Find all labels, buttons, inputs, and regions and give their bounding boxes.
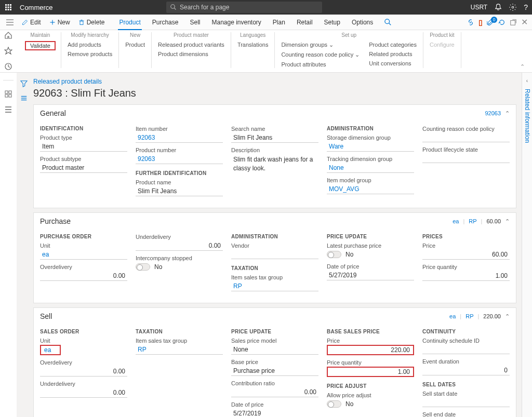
- svg-rect-22: [511, 20, 515, 25]
- add-products-button[interactable]: Add products: [66, 41, 113, 48]
- settings-icon[interactable]: [509, 4, 516, 11]
- allow-adjust-toggle[interactable]: [327, 400, 341, 408]
- event-duration-field[interactable]: 0: [422, 366, 510, 375]
- tab-product[interactable]: Product: [114, 15, 145, 30]
- workspaces-icon[interactable]: [4, 90, 12, 98]
- purchase-date-field[interactable]: 5/27/2019: [327, 271, 414, 280]
- close-icon[interactable]: ✕: [521, 17, 528, 27]
- sell-date-field[interactable]: 5/27/2019: [231, 409, 318, 417]
- sell-qty-field[interactable]: 1.00: [327, 367, 414, 377]
- ribbon-group-setup-title: Set up: [280, 32, 418, 38]
- purchase-unit-field[interactable]: ea: [40, 250, 127, 260]
- base-price-field[interactable]: Purchase price: [231, 366, 318, 376]
- ribbon-group-new-title: New: [124, 32, 146, 38]
- app-name: Commerce: [20, 4, 53, 11]
- tab-purchase[interactable]: Purchase: [147, 15, 184, 30]
- sell-tax-group-field[interactable]: RP: [136, 345, 223, 355]
- variants-button[interactable]: Released product variants: [157, 41, 225, 48]
- product-name-field[interactable]: Slim Fit Jeans: [136, 186, 223, 196]
- latest-price-toggle[interactable]: [327, 251, 341, 258]
- search-name-field[interactable]: Slim Fit Jeans: [231, 133, 318, 143]
- vendor-field[interactable]: [231, 250, 318, 259]
- new-product-button[interactable]: Product: [124, 41, 146, 48]
- purchase-tax-group-field[interactable]: RP: [231, 281, 318, 291]
- purchase-underdelivery-field[interactable]: 0.00: [136, 241, 223, 251]
- product-number-field[interactable]: 92063: [136, 154, 223, 164]
- description-field[interactable]: Slim fit dark wash jeans for a classy lo…: [231, 154, 318, 174]
- delete-button[interactable]: Delete: [75, 19, 108, 26]
- ribbon-group-kit-title: Product kit: [429, 32, 456, 38]
- product-type-field[interactable]: Item: [40, 142, 127, 152]
- sell-start-date-field[interactable]: [422, 398, 510, 407]
- related-info-panel[interactable]: ‹ Related information: [522, 73, 532, 417]
- recents-icon[interactable]: [4, 62, 12, 71]
- user-label[interactable]: USRT: [471, 4, 487, 11]
- svg-rect-3: [5, 7, 7, 8]
- ribbon-group-lang-title: Languages: [236, 32, 270, 38]
- svg-rect-25: [9, 91, 11, 93]
- related-button[interactable]: Related products: [368, 50, 418, 58]
- edit-button[interactable]: Edit: [19, 19, 44, 26]
- sell-price-field[interactable]: 220.00: [327, 345, 414, 355]
- list-icon[interactable]: [20, 95, 28, 102]
- sell-header[interactable]: Sell ea| RP| 220.00 ⌃: [34, 308, 516, 325]
- office-icon[interactable]: ▯: [478, 18, 483, 26]
- popout-icon[interactable]: [510, 19, 517, 26]
- breadcrumb[interactable]: Released product details: [33, 78, 516, 85]
- lifecycle-state-field[interactable]: [422, 154, 510, 163]
- contrib-ratio-field[interactable]: 0.00: [231, 387, 318, 397]
- general-header[interactable]: General 92063 ⌃: [34, 105, 516, 122]
- storage-group-field[interactable]: Ware: [327, 142, 414, 152]
- global-search[interactable]: Search for a page: [166, 2, 322, 13]
- chevron-left-icon[interactable]: ‹: [526, 78, 528, 84]
- tab-options[interactable]: Options: [347, 15, 378, 30]
- purchase-price-field[interactable]: 60.00: [422, 250, 510, 260]
- tab-plan[interactable]: Plan: [268, 15, 290, 30]
- categories-button[interactable]: Product categories: [368, 41, 418, 48]
- chevron-up-icon[interactable]: ⌃: [505, 110, 510, 117]
- intercompany-toggle[interactable]: [136, 263, 150, 271]
- item-number-field[interactable]: 92063: [136, 133, 223, 143]
- svg-rect-8: [10, 9, 11, 10]
- app-launcher-icon[interactable]: [4, 3, 12, 11]
- chevron-up-icon[interactable]: ⌃: [505, 218, 510, 225]
- notifications-icon[interactable]: [495, 4, 502, 11]
- item-model-field[interactable]: MOV_AVG: [327, 184, 414, 194]
- dim-groups-button[interactable]: Dimension groups ⌄: [280, 41, 361, 49]
- tab-sell[interactable]: Sell: [184, 15, 205, 30]
- modules-icon[interactable]: [4, 105, 12, 114]
- sales-price-model-field[interactable]: None: [231, 345, 318, 355]
- tracking-group-field[interactable]: None: [327, 163, 414, 173]
- continuity-schedule-field[interactable]: [422, 345, 510, 354]
- product-subtype-field[interactable]: Product master: [40, 163, 127, 173]
- translations-button[interactable]: Translations: [236, 41, 270, 48]
- tab-setup[interactable]: Setup: [319, 15, 345, 30]
- link-icon[interactable]: [467, 19, 474, 26]
- attachments-icon[interactable]: 0: [487, 19, 494, 26]
- code-policy-button[interactable]: Counting reason code policy ⌄: [280, 51, 361, 59]
- validate-button[interactable]: Validate: [25, 41, 56, 50]
- unitconv-button[interactable]: Unit conversions: [368, 60, 418, 67]
- filter-icon[interactable]: [20, 80, 28, 87]
- menu-toggle-icon[interactable]: [4, 19, 16, 25]
- dimensions-button[interactable]: Product dimensions: [157, 50, 225, 58]
- ribbon-collapse-icon[interactable]: ⌃: [520, 63, 525, 70]
- new-button[interactable]: New: [46, 19, 73, 26]
- refresh-icon[interactable]: [498, 19, 506, 26]
- remove-products-button[interactable]: Remove products: [66, 50, 113, 58]
- attributes-button[interactable]: Product attributes: [280, 61, 361, 68]
- search-tab-icon[interactable]: [379, 15, 397, 30]
- sell-unit-field[interactable]: ea: [40, 345, 61, 355]
- sell-underdelivery-field[interactable]: 0.00: [40, 388, 127, 398]
- purchase-qty-field[interactable]: 1.00: [422, 271, 510, 281]
- sell-overdelivery-field[interactable]: 0.00: [40, 367, 127, 376]
- purchase-overdelivery-field[interactable]: 0.00: [40, 271, 127, 281]
- favorites-icon[interactable]: [4, 47, 12, 55]
- purchase-header[interactable]: Purchase ea| RP| 60.00 ⌃: [34, 213, 516, 230]
- chevron-up-icon[interactable]: ⌃: [505, 313, 510, 320]
- tab-retail[interactable]: Retail: [291, 15, 318, 30]
- help-icon[interactable]: ?: [524, 3, 528, 11]
- counting-policy-field[interactable]: [422, 133, 510, 142]
- tab-manage-inventory[interactable]: Manage inventory: [206, 15, 266, 30]
- home-icon[interactable]: [4, 31, 12, 39]
